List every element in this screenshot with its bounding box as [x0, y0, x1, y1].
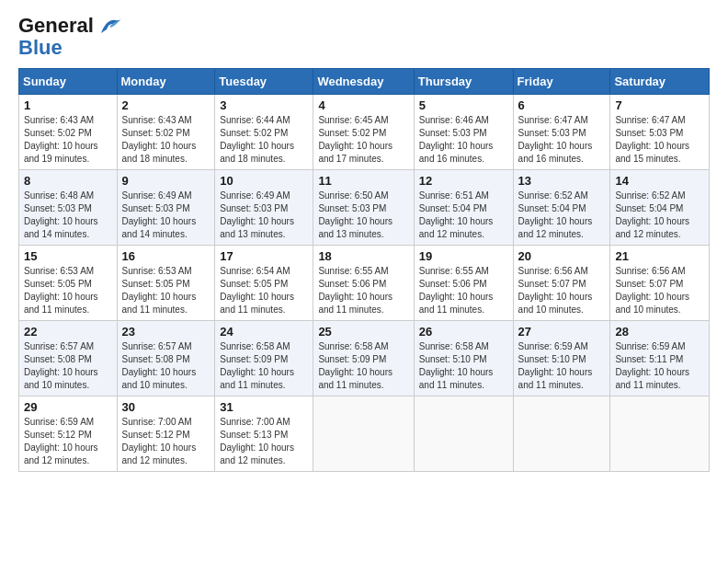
- day-number: 6: [518, 98, 606, 112]
- day-cell: 19 Sunrise: 6:55 AMSunset: 5:06 PMDaylig…: [414, 246, 513, 321]
- dow-wednesday: Wednesday: [313, 69, 414, 95]
- day-info: Sunrise: 7:00 AMSunset: 5:13 PMDaylight:…: [220, 417, 294, 465]
- day-info: Sunrise: 6:53 AMSunset: 5:05 PMDaylight:…: [24, 266, 98, 315]
- day-cell: 28 Sunrise: 6:59 AMSunset: 5:11 PMDaylig…: [610, 321, 710, 396]
- day-cell: [610, 396, 710, 472]
- day-cell: 10 Sunrise: 6:49 AMSunset: 5:03 PMDaylig…: [215, 170, 313, 246]
- day-number: 30: [122, 400, 210, 414]
- day-number: 8: [24, 174, 112, 188]
- day-info: Sunrise: 6:58 AMSunset: 5:09 PMDaylight:…: [318, 341, 392, 390]
- dow-friday: Friday: [513, 69, 610, 95]
- day-cell: 7 Sunrise: 6:47 AMSunset: 5:03 PMDayligh…: [610, 95, 710, 170]
- day-info: Sunrise: 6:57 AMSunset: 5:08 PMDaylight:…: [122, 341, 197, 390]
- day-number: 3: [220, 98, 308, 112]
- week-row-1: 1 Sunrise: 6:43 AMSunset: 5:02 PMDayligh…: [19, 95, 710, 170]
- week-row-2: 8 Sunrise: 6:48 AMSunset: 5:03 PMDayligh…: [19, 170, 710, 246]
- dow-thursday: Thursday: [414, 69, 513, 95]
- day-cell: 20 Sunrise: 6:56 AMSunset: 5:07 PMDaylig…: [513, 246, 610, 321]
- logo-blue: Blue: [18, 37, 94, 59]
- day-number: 26: [419, 325, 508, 339]
- day-cell: 8 Sunrise: 6:48 AMSunset: 5:03 PMDayligh…: [19, 170, 118, 246]
- day-number: 7: [615, 98, 704, 112]
- day-info: Sunrise: 6:43 AMSunset: 5:02 PMDaylight:…: [122, 115, 197, 164]
- dow-monday: Monday: [117, 69, 215, 95]
- day-number: 12: [419, 174, 508, 188]
- week-row-3: 15 Sunrise: 6:53 AMSunset: 5:05 PMDaylig…: [19, 246, 710, 321]
- day-info: Sunrise: 6:45 AMSunset: 5:02 PMDaylight:…: [318, 115, 392, 164]
- day-info: Sunrise: 6:54 AMSunset: 5:05 PMDaylight:…: [220, 266, 294, 315]
- day-cell: 31 Sunrise: 7:00 AMSunset: 5:13 PMDaylig…: [215, 396, 313, 472]
- day-cell: 29 Sunrise: 6:59 AMSunset: 5:12 PMDaylig…: [19, 396, 118, 472]
- day-cell: 9 Sunrise: 6:49 AMSunset: 5:03 PMDayligh…: [117, 170, 215, 246]
- day-cell: 21 Sunrise: 6:56 AMSunset: 5:07 PMDaylig…: [610, 246, 710, 321]
- week-row-5: 29 Sunrise: 6:59 AMSunset: 5:12 PMDaylig…: [19, 396, 710, 472]
- day-cell: 6 Sunrise: 6:47 AMSunset: 5:03 PMDayligh…: [513, 95, 610, 170]
- day-cell: 1 Sunrise: 6:43 AMSunset: 5:02 PMDayligh…: [19, 95, 118, 170]
- day-info: Sunrise: 6:52 AMSunset: 5:04 PMDaylight:…: [518, 190, 593, 239]
- day-number: 23: [122, 325, 210, 339]
- dow-tuesday: Tuesday: [215, 69, 313, 95]
- day-info: Sunrise: 6:44 AMSunset: 5:02 PMDaylight:…: [220, 115, 294, 164]
- day-number: 24: [220, 325, 308, 339]
- day-cell: [313, 396, 414, 472]
- calendar-table: SundayMondayTuesdayWednesdayThursdayFrid…: [18, 68, 710, 472]
- day-info: Sunrise: 6:52 AMSunset: 5:04 PMDaylight:…: [615, 190, 689, 239]
- day-number: 9: [122, 174, 210, 188]
- day-number: 5: [419, 98, 508, 112]
- day-number: 13: [518, 174, 606, 188]
- day-number: 31: [220, 400, 308, 414]
- week-row-4: 22 Sunrise: 6:57 AMSunset: 5:08 PMDaylig…: [19, 321, 710, 396]
- day-cell: 23 Sunrise: 6:57 AMSunset: 5:08 PMDaylig…: [117, 321, 215, 396]
- day-info: Sunrise: 6:46 AMSunset: 5:03 PMDaylight:…: [419, 115, 494, 164]
- day-number: 25: [318, 325, 408, 339]
- day-cell: 30 Sunrise: 7:00 AMSunset: 5:12 PMDaylig…: [117, 396, 215, 472]
- day-number: 18: [318, 249, 408, 263]
- day-info: Sunrise: 6:55 AMSunset: 5:06 PMDaylight:…: [318, 266, 392, 315]
- day-info: Sunrise: 6:49 AMSunset: 5:03 PMDaylight:…: [122, 190, 197, 239]
- day-info: Sunrise: 6:47 AMSunset: 5:03 PMDaylight:…: [518, 115, 593, 164]
- day-info: Sunrise: 6:59 AMSunset: 5:10 PMDaylight:…: [518, 341, 593, 390]
- day-info: Sunrise: 6:53 AMSunset: 5:05 PMDaylight:…: [122, 266, 197, 315]
- day-of-week-header: SundayMondayTuesdayWednesdayThursdayFrid…: [19, 69, 710, 95]
- logo-bird-icon: [97, 17, 123, 37]
- day-info: Sunrise: 6:43 AMSunset: 5:02 PMDaylight:…: [24, 115, 98, 164]
- logo: General Blue: [18, 15, 123, 59]
- day-info: Sunrise: 6:59 AMSunset: 5:11 PMDaylight:…: [615, 341, 689, 390]
- page-header: General Blue: [18, 15, 710, 59]
- day-number: 2: [122, 98, 210, 112]
- day-number: 4: [318, 98, 408, 112]
- day-cell: 14 Sunrise: 6:52 AMSunset: 5:04 PMDaylig…: [610, 170, 710, 246]
- day-cell: 18 Sunrise: 6:55 AMSunset: 5:06 PMDaylig…: [313, 246, 414, 321]
- day-cell: 11 Sunrise: 6:50 AMSunset: 5:03 PMDaylig…: [313, 170, 414, 246]
- day-info: Sunrise: 6:56 AMSunset: 5:07 PMDaylight:…: [615, 266, 689, 315]
- day-info: Sunrise: 6:58 AMSunset: 5:10 PMDaylight:…: [419, 341, 494, 390]
- day-number: 14: [615, 174, 704, 188]
- day-info: Sunrise: 6:59 AMSunset: 5:12 PMDaylight:…: [24, 417, 98, 465]
- day-info: Sunrise: 6:49 AMSunset: 5:03 PMDaylight:…: [220, 190, 294, 239]
- day-cell: 26 Sunrise: 6:58 AMSunset: 5:10 PMDaylig…: [414, 321, 513, 396]
- dow-saturday: Saturday: [610, 69, 710, 95]
- day-info: Sunrise: 6:47 AMSunset: 5:03 PMDaylight:…: [615, 115, 689, 164]
- day-number: 1: [24, 98, 112, 112]
- day-number: 27: [518, 325, 606, 339]
- day-cell: 27 Sunrise: 6:59 AMSunset: 5:10 PMDaylig…: [513, 321, 610, 396]
- day-cell: 13 Sunrise: 6:52 AMSunset: 5:04 PMDaylig…: [513, 170, 610, 246]
- day-number: 10: [220, 174, 308, 188]
- logo-general: General: [18, 14, 94, 37]
- day-number: 19: [419, 249, 508, 263]
- day-info: Sunrise: 6:56 AMSunset: 5:07 PMDaylight:…: [518, 266, 593, 315]
- day-number: 20: [518, 249, 606, 263]
- day-number: 16: [122, 249, 210, 263]
- day-number: 22: [24, 325, 112, 339]
- day-cell: [513, 396, 610, 472]
- day-cell: 3 Sunrise: 6:44 AMSunset: 5:02 PMDayligh…: [215, 95, 313, 170]
- day-cell: 5 Sunrise: 6:46 AMSunset: 5:03 PMDayligh…: [414, 95, 513, 170]
- day-info: Sunrise: 6:51 AMSunset: 5:04 PMDaylight:…: [419, 190, 494, 239]
- day-cell: 24 Sunrise: 6:58 AMSunset: 5:09 PMDaylig…: [215, 321, 313, 396]
- day-number: 11: [318, 174, 408, 188]
- dow-sunday: Sunday: [19, 69, 118, 95]
- day-cell: [414, 396, 513, 472]
- day-cell: 2 Sunrise: 6:43 AMSunset: 5:02 PMDayligh…: [117, 95, 215, 170]
- day-number: 28: [615, 325, 704, 339]
- day-cell: 17 Sunrise: 6:54 AMSunset: 5:05 PMDaylig…: [215, 246, 313, 321]
